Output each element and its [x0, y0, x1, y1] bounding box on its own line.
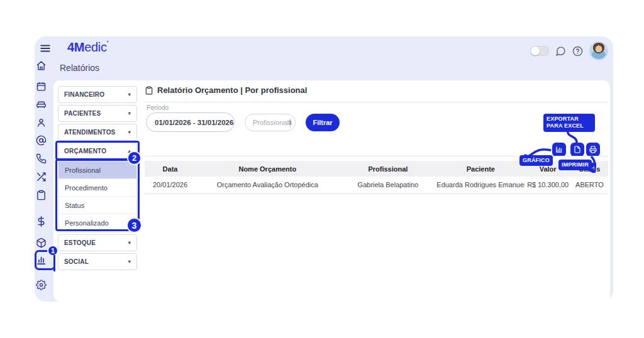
help-icon[interactable] [572, 46, 583, 57]
clipboard-icon[interactable] [35, 188, 47, 201]
col-paciente: Paciente [436, 161, 525, 177]
menu-item-pacientes[interactable]: PACIENTES [58, 105, 137, 122]
chevron-up-icon [128, 148, 131, 154]
reports-icon[interactable] [35, 254, 47, 266]
period-label: Período [147, 104, 169, 111]
chart-icon [555, 146, 563, 153]
col-status: Status [571, 161, 608, 177]
connector-export-excel [568, 131, 577, 143]
annotation-export-excel: EXPORTAR PARA EXCEL [543, 114, 595, 132]
submenu-item-personalizado[interactable]: Personalizado [58, 214, 136, 232]
chevron-down-icon [128, 92, 131, 97]
email-icon[interactable] [35, 134, 47, 146]
theme-toggle[interactable] [530, 46, 549, 56]
connector-grafico [525, 150, 550, 156]
cell-nome-orcamento: Orçamento Avaliação Ortopédica [196, 177, 339, 194]
file-icon [574, 146, 581, 153]
professional-filter-count: 1 [289, 118, 292, 128]
professional-filter[interactable]: Profissional 1 [245, 114, 296, 131]
menu-item-atendimentos[interactable]: ATENDIMENTOS [58, 124, 137, 141]
patient-icon[interactable] [35, 116, 47, 129]
page-title: Relatórios [60, 63, 99, 73]
table-header-row: Data Nome Orçamento Profissional Pacient… [145, 161, 608, 177]
menu-item-orcamento[interactable]: ORÇAMENTO [58, 143, 137, 160]
divider [145, 156, 608, 156]
waiting-room-icon[interactable] [35, 98, 47, 111]
toggle-knob [531, 46, 540, 55]
cell-status: ABERTO [571, 177, 608, 194]
menu-item-estoque[interactable]: ESTOQUE [58, 234, 137, 251]
divider [145, 102, 608, 102]
submenu-item-profissional[interactable]: Profissional [58, 161, 136, 179]
stock-icon[interactable] [35, 236, 47, 249]
col-profissional: Profissional [340, 161, 437, 177]
printer-icon [589, 146, 597, 153]
user-avatar[interactable] [589, 41, 608, 60]
cell-paciente: Eduarda Rodrigues Emanuel [436, 177, 525, 194]
app-window: 4Medic’ Relatórios 1 FINANCEIRO PACIENTE… [35, 36, 613, 302]
chevron-down-icon [128, 129, 131, 135]
settings-gear-icon[interactable] [35, 278, 47, 291]
cell-valor: R$ 10.300,00 [525, 177, 571, 194]
export-excel-button[interactable] [570, 143, 584, 156]
brand-logo: 4Medic’ [67, 40, 108, 55]
cell-data: 20/01/2026 [145, 177, 196, 194]
chevron-down-icon [128, 111, 131, 116]
referrals-icon[interactable] [35, 170, 47, 183]
report-category-menu: FINANCEIRO PACIENTES ATENDIMENTOS ORÇAME… [58, 86, 137, 272]
report-title: Relatório Orçamento | Por profissional [145, 85, 307, 95]
report-clipboard-icon [145, 86, 153, 95]
col-valor: Valor [525, 161, 571, 177]
home-icon[interactable] [35, 59, 47, 72]
content-card: FINANCEIRO PACIENTES ATENDIMENTOS ORÇAME… [53, 80, 610, 302]
menu-item-financeiro[interactable]: FINANCEIRO [58, 86, 137, 103]
chevron-down-icon [128, 240, 131, 246]
finance-icon[interactable] [35, 215, 47, 227]
period-date-input[interactable]: 01/01/2026 - 31/01/2026 [146, 112, 235, 132]
col-nome-orcamento: Nome Orçamento [196, 161, 339, 177]
submenu-item-procedimento[interactable]: Procedimento [58, 179, 136, 197]
calendar-icon[interactable] [35, 80, 47, 92]
hamburger-menu-icon[interactable] [38, 41, 52, 55]
chevron-down-icon [128, 259, 131, 264]
orcamento-submenu: Profissional Procedimento Status Persona… [58, 161, 137, 232]
print-button[interactable] [586, 143, 600, 156]
menu-item-social[interactable]: SOCIAL [58, 253, 137, 270]
submenu-item-status[interactable]: Status [58, 197, 136, 214]
chat-icon[interactable] [555, 46, 566, 57]
chart-button[interactable] [552, 143, 566, 156]
col-data: Data [145, 161, 196, 177]
cell-profissional: Gabriela Belapatino [340, 177, 437, 194]
report-table: Data Nome Orçamento Profissional Pacient… [145, 161, 608, 194]
table-row[interactable]: 20/01/2026 Orçamento Avaliação Ortopédic… [145, 177, 608, 194]
phone-icon[interactable] [35, 152, 47, 165]
filter-button[interactable]: Filtrar [306, 114, 340, 131]
